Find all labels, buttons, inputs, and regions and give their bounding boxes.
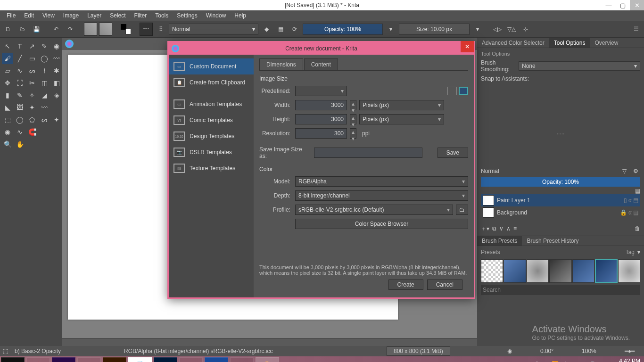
reload-preset-button[interactable]: ⟳ <box>289 23 301 35</box>
menu-select[interactable]: Select <box>106 11 129 20</box>
reference-tool[interactable]: 🖼 <box>14 102 25 113</box>
layer-visible-icon[interactable]: ▯ <box>624 197 627 204</box>
minimize-button[interactable]: — <box>602 0 616 10</box>
menu-file[interactable]: File <box>3 11 19 20</box>
multibrush-tool[interactable]: ✱ <box>51 65 62 76</box>
layer-settings-icon[interactable]: ⚙ <box>631 168 640 174</box>
brush-preset-airbrush[interactable] <box>618 259 640 283</box>
polygon-select-tool[interactable]: ⬠ <box>26 114 38 125</box>
redo-button[interactable]: ↷ <box>64 23 76 35</box>
width-input[interactable]: 3000 <box>295 100 347 110</box>
brush-tool[interactable]: 🖌 <box>2 53 13 64</box>
brush-preset-eraser[interactable] <box>481 259 503 283</box>
size-dropdown[interactable]: ▾ <box>471 23 484 35</box>
transform-tool[interactable]: ↖ <box>2 41 13 52</box>
brush-preset-button[interactable]: 〰 <box>140 23 153 36</box>
tag-dropdown[interactable]: ▾ <box>637 249 640 255</box>
menu-filter[interactable]: Filter <box>131 11 151 20</box>
profile-select[interactable]: sRGB-elle-V2-srgbtrc.icc (Default) <box>295 205 453 215</box>
pan-tool[interactable]: ✋ <box>14 139 25 150</box>
padding3-tool[interactable] <box>51 126 62 138</box>
blend-mode-select[interactable]: Normal▾ <box>169 24 258 35</box>
freehand-path-tool[interactable]: ᔕ <box>26 65 38 76</box>
status-selection-icon[interactable]: ⬚ <box>3 348 8 354</box>
alpha-lock-toggle[interactable]: ▦ <box>274 23 287 35</box>
menu-image[interactable]: Image <box>59 11 83 20</box>
create-button[interactable]: Create <box>388 280 423 290</box>
preset-search-input[interactable]: Search <box>481 285 640 295</box>
rotation-dial-icon[interactable]: ◉ <box>507 348 512 354</box>
save-file-button[interactable]: 💾 <box>30 23 42 35</box>
smart-fill-tool[interactable]: ✦ <box>26 102 38 113</box>
zoom-slider[interactable]: ━●━ <box>625 348 635 354</box>
dialog-titlebar[interactable]: Create new document - Krita ✕ <box>169 42 474 55</box>
polyline-tool[interactable]: 〰 <box>51 53 62 64</box>
close-button[interactable]: ✕ <box>630 0 644 10</box>
taskbar-steam[interactable]: ◉ <box>230 357 254 362</box>
layer-paint-layer-1[interactable]: Paint Layer 1 ▯α▤ <box>481 194 640 206</box>
sidebar-dslr-templates[interactable]: 📷DSLR Templates <box>169 144 254 160</box>
height-input[interactable]: 3000 <box>295 114 347 124</box>
tab-dimensions[interactable]: Dimensions <box>259 58 303 70</box>
transform-mesh-tool[interactable]: ⛶ <box>14 77 25 89</box>
open-file-button[interactable]: 🗁 <box>16 23 28 35</box>
ellipse-select-tool[interactable]: ◯ <box>14 114 25 125</box>
taskbar-aftereffects[interactable]: Ae <box>52 357 75 362</box>
taskbar-word[interactable]: W <box>205 357 228 362</box>
tab-brush-presets[interactable]: Brush Presets <box>477 236 522 246</box>
measure-tool[interactable]: ◣ <box>2 102 13 113</box>
calligraphy-tool[interactable]: ✎ <box>39 41 50 52</box>
taskbar-explorer[interactable]: 🗂 <box>77 357 101 362</box>
taskbar-photoshop[interactable]: Ps <box>154 357 177 362</box>
resolution-spinner[interactable]: ▴▾ <box>350 128 356 139</box>
smoothing-select[interactable]: None▾ <box>519 61 640 71</box>
taskbar-opera[interactable]: ◯ <box>26 357 50 362</box>
width-unit-select[interactable]: Pixels (px) <box>359 100 444 110</box>
layer-opacity-slider[interactable]: Opacity: 100% <box>481 177 640 187</box>
color-select-tool[interactable]: ◉ <box>2 126 13 138</box>
orientation-landscape[interactable] <box>447 87 457 95</box>
gradient-edit-tool[interactable]: ◢ <box>39 90 50 101</box>
move-down-button[interactable]: ∨ <box>499 225 504 232</box>
maximize-button[interactable]: ▢ <box>616 0 630 10</box>
predefined-select[interactable] <box>295 86 347 96</box>
tab-tool-options[interactable]: Tool Options <box>549 38 590 48</box>
opacity-dropdown[interactable]: ▾ <box>385 23 397 35</box>
height-spinner[interactable]: ▴▾ <box>350 114 356 124</box>
new-file-button[interactable]: 🗋 <box>2 23 14 35</box>
wrap-button[interactable]: ⊹ <box>520 23 532 35</box>
duplicate-layer-button[interactable]: ⧉ <box>492 225 496 232</box>
brush-settings-button[interactable]: ⠿ <box>155 23 167 35</box>
profile-folder-button[interactable]: 🗀 <box>456 205 468 215</box>
smart-patch-tool[interactable]: ✧ <box>26 90 38 101</box>
document-tab-icon[interactable] <box>65 40 74 48</box>
dialog-close-button[interactable]: ✕ <box>461 41 474 52</box>
horizontal-scrollbar[interactable] <box>62 338 477 346</box>
layer-props-button[interactable]: ≡ <box>513 225 517 232</box>
sidebar-custom-document[interactable]: ▭Custom Document <box>169 58 254 74</box>
menu-layer[interactable]: Layer <box>83 11 105 20</box>
zoom-tool[interactable]: 🔍 <box>2 139 13 150</box>
sidebar-comic-templates[interactable]: ?!Comic Templates <box>169 112 254 128</box>
undo-button[interactable]: ↶ <box>50 23 62 35</box>
add-layer-button[interactable]: ＋▾ <box>481 225 489 233</box>
edit-shapes-tool[interactable]: ↗ <box>26 41 38 52</box>
layer-filter-icon[interactable]: ▽ <box>619 168 629 174</box>
save-size-input[interactable] <box>314 148 422 158</box>
tab-overview[interactable]: Overview <box>590 38 623 48</box>
taskbar-notepad[interactable]: 📄 <box>128 357 152 362</box>
layer-background[interactable]: Background 🔒α▤ <box>481 206 640 219</box>
brush-extra-tool[interactable]: 〰 <box>39 102 50 113</box>
brush-preset-ink[interactable] <box>549 259 571 283</box>
dynamic-brush-tool[interactable]: ⌇ <box>39 65 50 76</box>
free-transform-tool[interactable]: ◫ <box>39 77 50 89</box>
tag-filter-select[interactable] <box>503 248 623 256</box>
layer-menu-icon[interactable]: ▤ <box>633 209 638 216</box>
rect-tool[interactable]: ▭ <box>26 53 38 64</box>
sidebar-texture-templates[interactable]: ▨Texture Templates <box>169 160 254 176</box>
padding-tool[interactable] <box>51 102 62 113</box>
sidebar-design-templates[interactable]: 16:10Design Templates <box>169 128 254 144</box>
assistants-tool[interactable]: ◈ <box>51 90 62 101</box>
eraser-toggle[interactable]: ◆ <box>260 23 272 35</box>
layer-lock-icon[interactable]: 🔒 <box>620 209 627 216</box>
